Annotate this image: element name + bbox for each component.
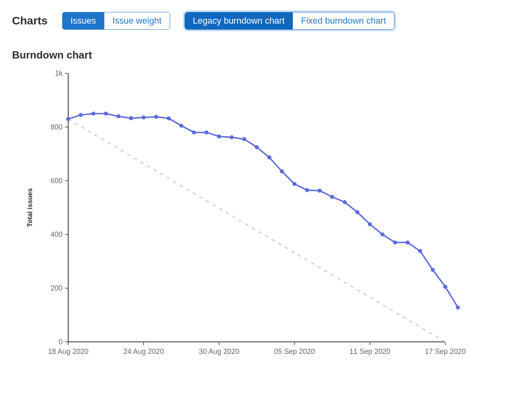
- chart-title: Burndown chart: [12, 49, 520, 61]
- svg-point-53: [393, 240, 397, 244]
- svg-point-52: [380, 232, 384, 236]
- svg-point-56: [431, 268, 435, 272]
- svg-text:24 Aug 2020: 24 Aug 2020: [123, 347, 164, 355]
- chart-svg: 02004006008001k18 Aug 202024 Aug 202030 …: [12, 69, 469, 366]
- toggle-issues[interactable]: Issues: [63, 12, 104, 29]
- svg-point-30: [104, 112, 108, 116]
- svg-point-46: [305, 188, 309, 192]
- svg-text:Total issues: Total issues: [26, 188, 34, 227]
- svg-point-39: [217, 134, 221, 138]
- svg-text:05 Sep 2020: 05 Sep 2020: [274, 347, 315, 355]
- svg-point-37: [192, 130, 196, 134]
- burndown-chart: 02004006008001k18 Aug 202024 Aug 202030 …: [12, 69, 520, 366]
- svg-text:1k: 1k: [55, 69, 63, 77]
- svg-point-57: [443, 285, 447, 289]
- svg-point-38: [205, 130, 209, 134]
- toggle-legacy-burndown[interactable]: Legacy burndown chart: [185, 12, 293, 29]
- svg-point-36: [179, 124, 183, 128]
- toggle-issue-weight[interactable]: Issue weight: [104, 12, 169, 29]
- svg-point-42: [255, 145, 259, 149]
- svg-point-32: [129, 116, 133, 120]
- svg-text:0: 0: [59, 338, 63, 346]
- svg-text:17 Sep 2020: 17 Sep 2020: [425, 347, 466, 355]
- svg-point-58: [456, 305, 460, 309]
- metric-toggle: Issues Issue weight: [62, 12, 170, 30]
- svg-point-49: [343, 200, 347, 204]
- svg-point-43: [267, 156, 271, 160]
- page-title: Charts: [12, 14, 48, 27]
- svg-point-51: [368, 222, 372, 226]
- svg-point-55: [418, 249, 422, 253]
- svg-point-45: [292, 182, 296, 186]
- svg-point-47: [318, 189, 322, 193]
- svg-point-28: [79, 113, 83, 117]
- svg-point-29: [91, 112, 95, 116]
- svg-text:200: 200: [51, 284, 63, 292]
- svg-text:11 Sep 2020: 11 Sep 2020: [349, 347, 390, 355]
- svg-text:800: 800: [51, 123, 63, 131]
- svg-text:18 Aug 2020: 18 Aug 2020: [48, 347, 88, 355]
- svg-text:400: 400: [51, 230, 63, 238]
- svg-point-50: [355, 210, 359, 214]
- svg-point-27: [66, 117, 70, 121]
- svg-point-54: [406, 240, 410, 244]
- svg-point-41: [242, 137, 246, 141]
- toggle-fixed-burndown[interactable]: Fixed burndown chart: [292, 12, 394, 29]
- charts-header: Charts Issues Issue weight Legacy burndo…: [12, 12, 520, 30]
- svg-point-44: [280, 170, 284, 174]
- svg-text:600: 600: [51, 177, 63, 185]
- svg-point-48: [330, 195, 334, 199]
- svg-point-31: [116, 114, 120, 118]
- svg-point-40: [229, 135, 234, 139]
- svg-point-33: [142, 115, 146, 119]
- svg-point-35: [167, 117, 171, 121]
- svg-point-34: [154, 115, 158, 119]
- svg-text:30 Aug 2020: 30 Aug 2020: [199, 347, 239, 355]
- chart-type-toggle: Legacy burndown chart Fixed burndown cha…: [185, 12, 394, 30]
